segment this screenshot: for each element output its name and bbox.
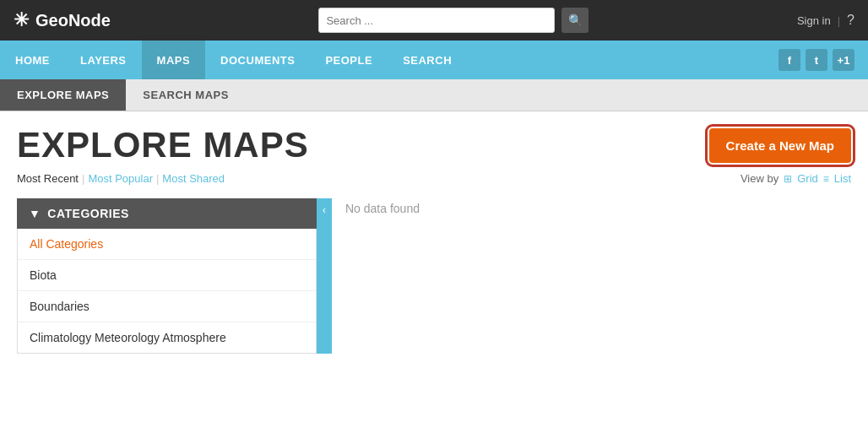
blue-navbar: HOME LAYERS MAPS DOCUMENTS PEOPLE SEARCH…	[0, 41, 868, 79]
grid-label[interactable]: Grid	[797, 172, 818, 185]
category-biota[interactable]: Biota	[18, 260, 316, 291]
category-climatology[interactable]: Climatology Meteorology Atmosphere	[18, 322, 316, 353]
twitter-icon[interactable]: t	[806, 49, 827, 71]
sub-tabs: EXPLORE MAPS SEARCH MAPS	[0, 79, 868, 111]
content-row: ▼ CATEGORIES All Categories Biota Bounda…	[17, 198, 851, 354]
no-data-message: No data found	[345, 202, 851, 215]
app-name: GeoNode	[35, 11, 111, 30]
nav-documents[interactable]: DOCUMENTS	[205, 41, 310, 79]
help-icon[interactable]: ?	[847, 13, 854, 28]
nav-people[interactable]: PEOPLE	[310, 41, 388, 79]
top-navbar: ✳ GeoNode 🔍 Sign in | ?	[0, 0, 868, 41]
page-title-row: EXPLORE MAPS Create a New Map	[17, 125, 851, 165]
blue-nav-links: HOME LAYERS MAPS DOCUMENTS PEOPLE SEARCH	[0, 41, 467, 79]
categories-label: CATEGORIES	[47, 207, 129, 220]
category-all[interactable]: All Categories	[18, 229, 316, 260]
nav-maps[interactable]: MAPS	[142, 41, 206, 79]
categories-header[interactable]: ▼ CATEGORIES	[17, 198, 317, 229]
logo-icon: ✳	[14, 9, 29, 31]
social-icons: f t +1	[778, 49, 868, 71]
tab-explore-maps[interactable]: EXPLORE MAPS	[0, 79, 126, 111]
search-input[interactable]	[318, 8, 555, 33]
sort-row: Most Recent | Most Popular | Most Shared…	[17, 172, 851, 185]
chevron-down-icon: ▼	[29, 207, 41, 220]
facebook-icon[interactable]: f	[778, 49, 800, 71]
nav-home[interactable]: HOME	[0, 41, 65, 79]
view-by: View by ⊞ Grid ≡ List	[741, 172, 851, 185]
list-icon[interactable]: ≡	[823, 173, 829, 185]
sign-in-link[interactable]: Sign in	[797, 14, 831, 27]
logo: ✳ GeoNode	[14, 9, 111, 31]
list-label[interactable]: List	[834, 172, 851, 185]
nav-divider: |	[838, 14, 840, 27]
gplus-icon[interactable]: +1	[833, 49, 854, 71]
sidebar: ▼ CATEGORIES All Categories Biota Bounda…	[17, 198, 317, 354]
view-by-label: View by	[741, 172, 778, 185]
tab-search-maps[interactable]: SEARCH MAPS	[126, 79, 246, 111]
sort-most-popular[interactable]: Most Popular	[88, 172, 153, 185]
map-list: No data found	[332, 198, 851, 354]
category-boundaries[interactable]: Boundaries	[18, 291, 316, 322]
nav-search[interactable]: SEARCH	[388, 41, 467, 79]
search-area: 🔍	[318, 8, 589, 33]
sort-most-shared[interactable]: Most Shared	[162, 172, 225, 185]
nav-layers[interactable]: LAYERS	[65, 41, 142, 79]
grid-icon[interactable]: ⊞	[784, 173, 792, 185]
sort-most-recent[interactable]: Most Recent	[17, 172, 79, 185]
nav-right: Sign in | ?	[797, 13, 854, 28]
sort-sep-1: |	[82, 172, 84, 185]
main-content: EXPLORE MAPS Create a New Map Most Recen…	[0, 111, 868, 367]
search-button[interactable]: 🔍	[561, 8, 589, 33]
categories-list: All Categories Biota Boundaries Climatol…	[17, 229, 317, 354]
sort-sep-2: |	[156, 172, 159, 185]
create-map-button[interactable]: Create a New Map	[709, 128, 851, 163]
page-title: EXPLORE MAPS	[17, 125, 309, 165]
sidebar-collapse-button[interactable]: ‹	[317, 198, 332, 354]
